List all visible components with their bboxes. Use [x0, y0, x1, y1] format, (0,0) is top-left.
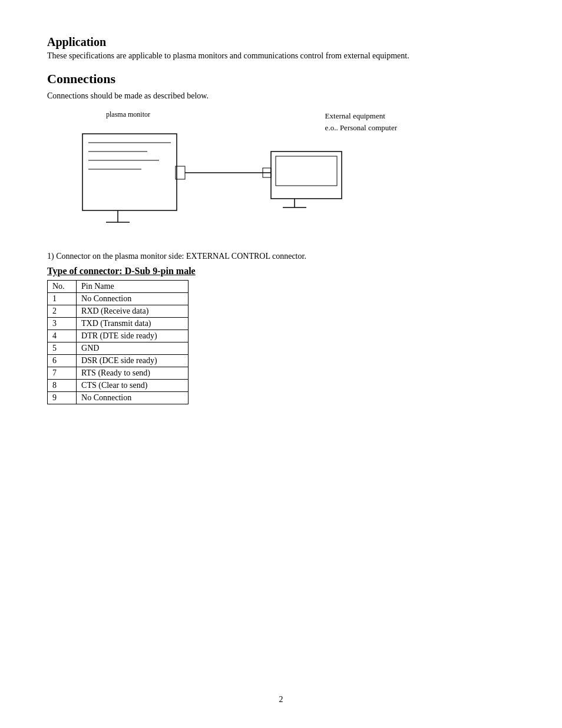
table-row: 4DTR (DTE side ready): [48, 330, 189, 342]
pin-name: CTS (Clear to send): [77, 380, 189, 392]
pin-no: 3: [48, 318, 77, 330]
page-number: 2: [279, 695, 283, 704]
pin-name: GND: [77, 342, 189, 355]
table-row: 7RTS (Ready to send): [48, 367, 189, 380]
connector-type-title: Type of connector: D-Sub 9-pin male: [47, 266, 515, 276]
diagram-area: plasma monitor External equipment e.o.. …: [47, 110, 515, 246]
connection-diagram: [47, 116, 459, 246]
pin-no: 6: [48, 355, 77, 367]
svg-rect-9: [271, 151, 342, 199]
table-row: 5GND: [48, 342, 189, 355]
page: Application These specifications are app…: [0, 0, 562, 728]
pin-table: No. Pin Name 1No Connection2RXD (Receive…: [47, 280, 189, 404]
pin-no: 7: [48, 367, 77, 380]
table-row: 9No Connection: [48, 392, 189, 404]
pin-no: 2: [48, 305, 77, 318]
table-header-no: No.: [48, 281, 77, 293]
table-row: 6DSR (DCE side ready): [48, 355, 189, 367]
table-header-pin-name: Pin Name: [77, 281, 189, 293]
table-row: 1No Connection: [48, 293, 189, 305]
pin-name: No Connection: [77, 293, 189, 305]
pin-no: 4: [48, 330, 77, 342]
table-row: 8CTS (Clear to send): [48, 380, 189, 392]
pin-no: 1: [48, 293, 77, 305]
pin-name: RXD (Receive data): [77, 305, 189, 318]
pin-name: DTR (DTE side ready): [77, 330, 189, 342]
application-title: Application: [47, 35, 515, 49]
pin-name: TXD (Transmit data): [77, 318, 189, 330]
table-row: 2RXD (Receive data): [48, 305, 189, 318]
svg-rect-10: [276, 156, 337, 186]
table-row: 3TXD (Transmit data): [48, 318, 189, 330]
pin-no: 9: [48, 392, 77, 404]
pin-no: 8: [48, 380, 77, 392]
pin-no: 5: [48, 342, 77, 355]
connections-title: Connections: [47, 71, 515, 87]
connector-description: 1) Connector on the plasma monitor side:…: [47, 252, 515, 261]
svg-rect-0: [82, 134, 177, 210]
connections-description: Connections should be made as described …: [47, 91, 515, 101]
application-description: These specifications are applicable to p…: [47, 51, 515, 61]
pin-name: RTS (Ready to send): [77, 367, 189, 380]
pin-name: No Connection: [77, 392, 189, 404]
pin-name: DSR (DCE side ready): [77, 355, 189, 367]
